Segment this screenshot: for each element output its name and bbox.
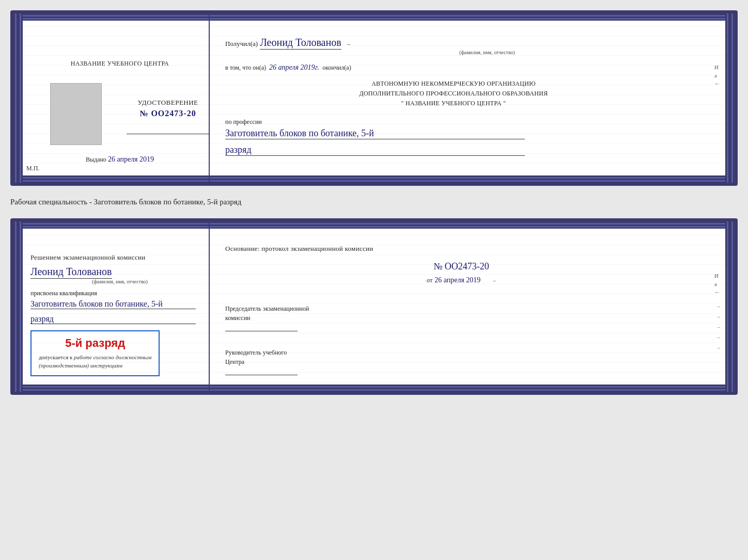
org-line2: ДОПОЛНИТЕЛЬНОГО ПРОФЕССИОНАЛЬНОГО ОБРАЗО… [225, 89, 682, 99]
mp-label-1: М.П. [26, 165, 39, 172]
from-date: 26 апреля 2019 [434, 276, 480, 284]
head-signature [225, 375, 298, 375]
issued-line-1: Выдано 26 апреля 2019 [30, 155, 209, 164]
chairman-signature [225, 331, 298, 331]
side-letters-1: И а ← [714, 64, 720, 87]
right-panel-1: И а ← Получил(а) Леонид Толованов – (фам… [210, 13, 735, 183]
cert-number-1: № OO2473-20 [127, 109, 209, 118]
rank-text-2: разряд [30, 314, 196, 324]
side-letter-i: И [714, 64, 720, 70]
cert-title-1: УДОСТОВЕРЕНИЕ [127, 99, 209, 107]
certificate-card-1: НАЗВАНИЕ УЧЕБНОГО ЦЕНТРА УДОСТОВЕРЕНИЕ №… [10, 10, 738, 186]
org-block-1: АВТОНОМНУЮ НЕКОММЕРЧЕСКУЮ ОРГАНИЗАЦИЮ ДО… [225, 79, 682, 109]
profession-text-2: Заготовитель блоков по ботанике, 5-й [30, 299, 196, 309]
finished-label: окончил(а) [322, 64, 351, 72]
name-subtitle-1: (фамилия, имя, отчество) [272, 50, 703, 55]
stamp-admission-prefix: допускается к [39, 354, 72, 360]
side-letter-a: а [714, 72, 720, 78]
person-name-1: Леонид Толованов [260, 37, 341, 50]
side-letter-a-2: а [714, 281, 720, 287]
issued-label: Выдано [86, 156, 106, 163]
org-line3: " НАЗВАНИЕ УЧЕБНОГО ЦЕНТРА " [225, 99, 682, 108]
org-line1: АВТОНОМНУЮ НЕКОММЕРЧЕСКУЮ ОРГАНИЗАЦИЮ [225, 79, 682, 89]
person-name-2: Леонид Толованов [30, 266, 112, 279]
issued-date: 26 апреля 2019 [108, 155, 154, 163]
from-date-line: от 26 апреля 2019 – [225, 276, 697, 284]
stamp-rank: 5-й разряд [39, 337, 151, 350]
basis-label: Основание: протокол экзаменационной коми… [225, 245, 697, 253]
right-side-strip-1 [725, 13, 735, 183]
from-prefix: от [427, 277, 432, 284]
qualification-label: присвоена квалификация [30, 290, 209, 297]
received-line: Получил(а) Леонид Толованов – [225, 37, 703, 49]
profession-label-1: по профессии [225, 118, 703, 126]
left-side-strip-2 [13, 221, 23, 392]
stamp-admission-text: работе согласно должностным [74, 354, 151, 360]
side-letter-arrow: ← [714, 81, 720, 87]
decision-label: Решением экзаменационной комиссии [30, 252, 209, 263]
side-letters-2: И а ← [714, 273, 720, 295]
stamp-admission: допускается к работе согласно должностны… [39, 353, 151, 370]
left-panel-2: Решением экзаменационной комиссии Леонид… [13, 221, 210, 392]
school-name-top: НАЗВАНИЕ УЧЕБНОГО ЦЕНТРА [30, 60, 209, 68]
left-side-strip-1 [13, 13, 23, 183]
photo-placeholder [50, 83, 102, 145]
chairman-label: Председатель экзаменационной комиссии [225, 295, 697, 323]
certificate-card-2: Решением экзаменационной комиссии Леонид… [10, 218, 738, 395]
certifies-label: в том, что он(а) [225, 64, 266, 72]
right-side-strip-2 [725, 221, 735, 392]
specialty-text: Рабочая специальность - Заготовитель бло… [10, 195, 738, 209]
protocol-number: № OO2473-20 [225, 261, 697, 272]
stamp-box: 5-й разряд допускается к работе согласно… [30, 330, 160, 376]
name-subtitle-2: (фамилия, имя, отчество) [30, 279, 209, 284]
right-panel-2: И а ← Основание: протокол экзаменационно… [210, 221, 735, 392]
page-wrapper: НАЗВАНИЕ УЧЕБНОГО ЦЕНТРА УДОСТОВЕРЕНИЕ №… [10, 10, 738, 395]
certifies-date: 26 апреля 2019г. [269, 63, 319, 72]
received-label: Получил(а) [225, 40, 258, 48]
certifies-line: в том, что он(а) 26 апреля 2019г. окончи… [225, 63, 703, 72]
head-label: Руководитель учебного Центра [225, 339, 697, 366]
dash-marks: – – – – – [718, 303, 721, 350]
rank-text-1: разряд [225, 145, 525, 156]
left-panel-1: НАЗВАНИЕ УЧЕБНОГО ЦЕНТРА УДОСТОВЕРЕНИЕ №… [13, 13, 210, 183]
profession-text-1: Заготовитель блоков по ботанике, 5-й [225, 128, 525, 139]
side-letter-arrow-2: ← [714, 289, 720, 295]
side-letter-i-2: И [714, 273, 720, 279]
stamp-admission-text2: (производственным) инструкциям [39, 362, 122, 369]
